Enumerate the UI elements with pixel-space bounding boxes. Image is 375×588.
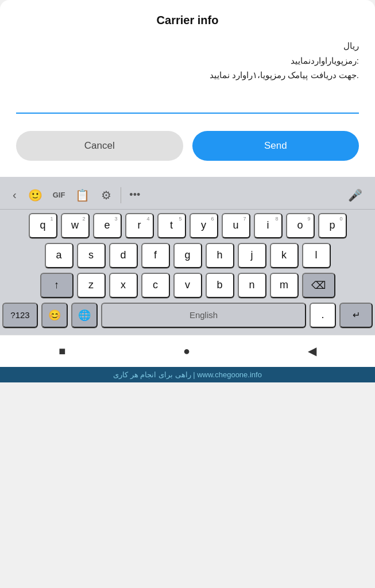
key-t-number: 5 — [179, 216, 181, 222]
website-url: www.chegoone.info — [197, 370, 262, 379]
keyboard-toolbar: ‹ 🙂 GIF 📋 ⚙ ••• 🎤 — [0, 181, 375, 210]
key-i[interactable]: 8i — [254, 213, 283, 238]
keyboard-back-button[interactable]: ‹ — [7, 185, 22, 205]
backspace-key[interactable]: ⌫ — [302, 273, 335, 298]
key-t[interactable]: 5t — [157, 213, 186, 238]
key-n[interactable]: n — [238, 273, 266, 298]
key-row-2: a s d f g h j k l — [2, 243, 373, 268]
dialog-body-line1: ریال — [16, 38, 359, 53]
key-h[interactable]: h — [206, 243, 234, 268]
key-u-number: 7 — [243, 216, 246, 222]
space-key[interactable]: English — [101, 303, 306, 328]
key-j[interactable]: j — [238, 243, 266, 268]
dialog-title: Carrier info — [16, 14, 359, 27]
key-f[interactable]: f — [141, 243, 170, 268]
return-key[interactable]: ↵ — [339, 303, 373, 328]
emoji-toolbar-button[interactable]: 🙂 — [22, 185, 48, 206]
key-i-number: 8 — [275, 216, 278, 222]
emoji-key[interactable]: 😊 — [41, 303, 68, 328]
key-u[interactable]: 7u — [222, 213, 250, 238]
bottom-nav: ■ ● ◀ — [0, 335, 375, 367]
key-w[interactable]: 2w — [61, 213, 90, 238]
nav-circle-button[interactable]: ● — [172, 340, 202, 362]
key-e-number: 3 — [114, 216, 117, 222]
website-text: | راهی برای انجام هر کاری — [113, 370, 195, 379]
key-row-4: ?123 😊 🌐 English . ↵ — [2, 303, 373, 328]
key-d[interactable]: d — [109, 243, 138, 268]
key-r-number: 4 — [146, 216, 149, 222]
key-p-number: 0 — [339, 216, 342, 222]
shift-key[interactable]: ↑ — [40, 273, 74, 298]
website-banner: www.chegoone.info | راهی برای انجام هر ک… — [0, 367, 375, 382]
key-o-number: 9 — [307, 216, 310, 222]
num-key[interactable]: ?123 — [2, 303, 38, 328]
nav-triangle-button[interactable]: ◀ — [296, 339, 328, 362]
key-w-number: 2 — [82, 216, 85, 222]
keyboard-rows: 1q 2w 3e 4r 5t 6y 7u 8i 9o 0p a s d f g … — [0, 210, 375, 335]
key-s[interactable]: s — [77, 243, 106, 268]
key-m[interactable]: m — [270, 273, 299, 298]
key-b[interactable]: b — [206, 273, 234, 298]
carrier-input[interactable] — [16, 95, 359, 110]
clipboard-toolbar-button[interactable]: 📋 — [69, 185, 95, 206]
key-a[interactable]: a — [45, 243, 74, 268]
gif-toolbar-button[interactable]: GIF — [48, 187, 70, 203]
cancel-button[interactable]: Cancel — [16, 131, 183, 161]
key-r[interactable]: 4r — [125, 213, 154, 238]
nav-square-button[interactable]: ■ — [47, 340, 77, 362]
mic-toolbar-button[interactable]: 🎤 — [342, 185, 368, 206]
key-e[interactable]: 3e — [93, 213, 122, 238]
more-toolbar-button[interactable]: ••• — [125, 185, 145, 204]
globe-key[interactable]: 🌐 — [71, 303, 98, 328]
input-wrapper — [16, 95, 359, 114]
key-k[interactable]: k — [270, 243, 299, 268]
key-l[interactable]: l — [302, 243, 331, 268]
carrier-info-dialog: Carrier info ریال :رمزپویاراواردنمایید .… — [0, 0, 375, 177]
key-o[interactable]: 9o — [286, 213, 315, 238]
dialog-body-line2: :رمزپویاراواردنمایید — [16, 53, 359, 68]
key-p[interactable]: 0p — [318, 213, 347, 238]
send-button[interactable]: Send — [192, 131, 359, 161]
dialog-body-line3: .جهت دریافت پیامک رمزپویا،۱راوارد نمایید — [16, 68, 359, 83]
settings-toolbar-button[interactable]: ⚙ — [95, 185, 117, 206]
key-q-number: 1 — [50, 216, 53, 222]
keyboard: ‹ 🙂 GIF 📋 ⚙ ••• 🎤 1q 2w 3e 4r 5t 6y 7u 8… — [0, 177, 375, 335]
dialog-body: ریال :رمزپویاراواردنمایید .جهت دریافت پی… — [16, 38, 359, 83]
key-y-number: 6 — [211, 216, 214, 222]
key-c[interactable]: c — [141, 273, 170, 298]
key-q[interactable]: 1q — [29, 213, 57, 238]
key-row-3: ↑ z x c v b n m ⌫ — [2, 273, 373, 298]
period-key[interactable]: . — [310, 303, 336, 328]
key-v[interactable]: v — [173, 273, 202, 298]
dialog-buttons: Cancel Send — [16, 131, 359, 161]
key-row-1: 1q 2w 3e 4r 5t 6y 7u 8i 9o 0p — [2, 213, 373, 238]
key-g[interactable]: g — [173, 243, 202, 268]
key-y[interactable]: 6y — [190, 213, 218, 238]
key-z[interactable]: z — [77, 273, 106, 298]
toolbar-divider — [121, 187, 121, 203]
key-x[interactable]: x — [109, 273, 138, 298]
